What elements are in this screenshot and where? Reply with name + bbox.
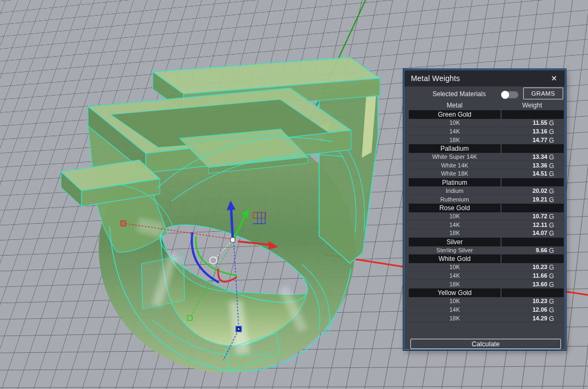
selected-materials-toggle[interactable]	[502, 91, 518, 98]
metal-value-row: 14K13.16G	[409, 127, 564, 136]
column-divider	[501, 178, 502, 187]
metal-value-row: Sterling Silver9.66G	[409, 246, 564, 255]
weight-unit: G	[549, 315, 554, 323]
metal-value-row: 10K10.72G	[409, 212, 564, 221]
calculate-button[interactable]: Calculate	[410, 339, 561, 349]
scale-handle-z-dot	[238, 328, 240, 330]
weight-unit: G	[549, 119, 554, 127]
metal-name: Platinum	[409, 179, 501, 186]
scale-handle-x[interactable]	[121, 221, 126, 226]
metal-value-row: 18K14.77G	[409, 136, 564, 144]
weight-unit: G	[549, 170, 554, 178]
weight-cell: 10.23G	[501, 297, 564, 305]
metal-name: White 14K	[409, 162, 501, 169]
weight-cell: 19.21G	[501, 196, 564, 203]
metal-name: Sterling Silver	[409, 247, 501, 253]
metal-value-row: 18K14.07G	[409, 229, 564, 238]
weight-value: 10.72	[532, 213, 548, 219]
metal-section-row: Platinum	[409, 178, 564, 187]
metal-weights-panel: Metal Weights ✕ Selected Materials GRAMS…	[403, 69, 566, 350]
column-divider	[501, 289, 502, 297]
metal-name: 14K	[409, 272, 501, 279]
weight-unit: G	[549, 187, 554, 195]
axis-z-arrow[interactable]	[231, 209, 233, 238]
metal-name: Yellow Gold	[409, 289, 501, 297]
weight-unit: G	[549, 222, 554, 229]
metal-value-row: 18K14.29G	[409, 314, 564, 323]
weight-unit: G	[549, 162, 554, 170]
metal-value-row: Iridium20.02G	[409, 186, 564, 195]
metal-name: 10K	[409, 264, 501, 270]
weight-cell: 10.72G	[501, 212, 564, 220]
metal-value-row: 10K10.23G	[409, 297, 564, 306]
column-header-metal: Metal	[409, 102, 501, 110]
weight-value: 20.02	[532, 187, 548, 194]
weight-cell: 20.02G	[501, 187, 564, 194]
column-divider	[501, 144, 502, 153]
weight-unit: G	[549, 272, 554, 280]
weight-cell: 11.66G	[501, 272, 564, 279]
weight-value: 14.29	[532, 315, 548, 321]
metal-section-row: Rose Gold	[409, 204, 564, 212]
weight-unit: G	[549, 213, 554, 220]
metal-section-row: Green Gold	[409, 110, 564, 119]
metal-name: 10K	[409, 298, 501, 304]
metal-section-row: Palladium	[409, 144, 564, 153]
metal-value-row: 14K11.66G	[409, 272, 564, 280]
weight-unit: G	[549, 264, 554, 271]
weight-cell: 9.66G	[501, 246, 564, 254]
weight-value: 14.51	[532, 170, 548, 177]
weight-cell: 12.11G	[501, 221, 564, 229]
metal-section-row: Yellow Gold	[409, 289, 564, 297]
weight-value: 12.11	[533, 222, 548, 228]
metal-name: Green Gold	[409, 111, 501, 118]
weight-cell: 13.34G	[501, 153, 564, 160]
metal-name: 18K	[409, 230, 501, 236]
weight-unit: G	[549, 128, 554, 136]
weight-unit: G	[549, 137, 554, 144]
weight-unit: G	[549, 306, 554, 314]
metal-name: 10K	[409, 213, 501, 219]
column-divider	[501, 254, 502, 263]
metal-value-row: 14K12.06G	[409, 306, 564, 314]
ring-model[interactable]	[61, 57, 380, 373]
weight-value: 11.55	[533, 119, 548, 126]
weight-value: 10.23	[532, 264, 548, 270]
gumball-origin[interactable]	[231, 238, 235, 243]
weight-value: 10.23	[532, 298, 548, 304]
metal-name: 10K	[409, 119, 501, 126]
weight-cell: 12.06G	[501, 306, 564, 313]
weight-cell: 13.60G	[501, 280, 564, 288]
close-button[interactable]: ✕	[550, 75, 558, 82]
weight-cell: 14.77G	[501, 136, 564, 144]
cad-viewport[interactable]: Metal Weights ✕ Selected Materials GRAMS…	[0, 0, 588, 389]
weight-value: 13.16	[532, 128, 548, 135]
metal-name: Silver	[409, 238, 501, 246]
metal-name: Iridium	[409, 187, 501, 194]
unit-button[interactable]: GRAMS	[523, 88, 563, 99]
selected-materials-label: Selected Materials	[432, 90, 486, 98]
weight-cell: 13.16G	[501, 128, 564, 135]
weight-unit: G	[549, 247, 554, 254]
metal-name: 14K	[409, 306, 501, 313]
weight-cell: 14.07G	[501, 229, 564, 237]
metal-section-row: White Gold	[409, 254, 564, 263]
weight-unit: G	[549, 230, 554, 237]
weight-value: 9.66	[536, 247, 547, 253]
column-divider	[501, 110, 502, 119]
weight-unit: G	[549, 281, 554, 289]
panel-titlebar[interactable]: Metal Weights ✕	[404, 70, 565, 86]
metal-value-row: 14K12.11G	[409, 220, 564, 229]
metal-section-row: Silver	[409, 238, 564, 246]
weight-cell: 11.55G	[501, 119, 564, 126]
weight-value: 19.21	[532, 196, 548, 203]
weight-cell: 14.29G	[501, 314, 564, 322]
metal-value-row: Ruthenium19.21G	[409, 195, 564, 204]
metal-name: White Super 14K	[409, 153, 501, 160]
metal-value-row: 18K13.60G	[409, 280, 564, 289]
weight-cell: 14.51G	[501, 170, 564, 177]
ghost-cut-left	[141, 255, 185, 309]
weight-value: 12.06	[532, 306, 548, 313]
metal-name: White Gold	[409, 255, 501, 263]
weight-cell: 10.23G	[501, 263, 564, 271]
